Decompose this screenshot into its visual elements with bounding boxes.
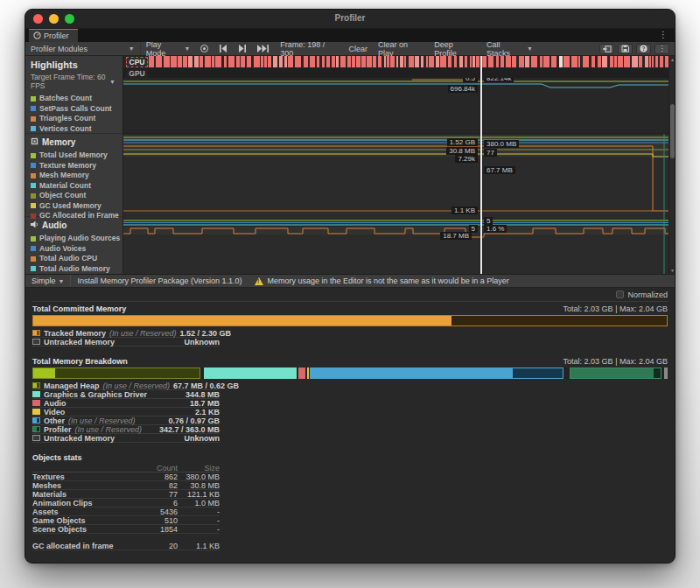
series-label: Total Audio Memory bbox=[39, 265, 110, 273]
toolbar-icon-group: ? ⋮ bbox=[599, 44, 669, 54]
previous-frame-button[interactable] bbox=[214, 42, 233, 55]
scroll-up-icon[interactable]: ▲ bbox=[669, 57, 676, 62]
memory-breakdown-segment[interactable] bbox=[32, 368, 200, 379]
memory-module[interactable]: Memory Total Used MemoryTexture MemoryMe… bbox=[25, 134, 122, 217]
memory-breakdown-segment[interactable] bbox=[310, 368, 564, 379]
memory-breakdown-segment[interactable] bbox=[298, 368, 305, 379]
context-menu-icon[interactable]: ⋮ bbox=[654, 44, 669, 54]
memory-legend-row[interactable]: Audio18.7 MB bbox=[32, 399, 220, 408]
main-toolbar: Profiler Modules▼ Play Mode▼ Frame: 198 … bbox=[25, 42, 675, 56]
next-frame-button[interactable] bbox=[233, 42, 252, 55]
record-icon bbox=[200, 45, 208, 52]
audio-module[interactable]: Audio Playing Audio SourcesAudio VoicesT… bbox=[25, 217, 122, 274]
highlights-module[interactable]: Highlights Target Frame Time: 60 FPS ▼ B… bbox=[25, 56, 122, 134]
legend-value: 67.7 MB / 0.62 GB bbox=[173, 382, 239, 390]
memory-chip-icon bbox=[31, 137, 38, 147]
series-color-swatch bbox=[31, 183, 36, 188]
series-color-swatch bbox=[31, 116, 36, 122]
chart-value-label: 77 bbox=[484, 149, 497, 157]
chart-scrollbar[interactable]: ▲ ▼ bbox=[668, 56, 675, 274]
chart-canvas[interactable]: CPU GPU 0.5822.14k696.84k1.52 GB380.0 MB… bbox=[123, 56, 668, 274]
objects-stats-row[interactable]: Meshes8230.8 MB bbox=[32, 481, 220, 490]
committed-inuse-fill bbox=[33, 316, 452, 326]
chart-series-toggle[interactable]: GC Used Memory bbox=[31, 202, 122, 210]
chart-series-toggle[interactable]: Triangles Count bbox=[31, 115, 122, 122]
chart-value-label: 5 bbox=[484, 217, 493, 225]
chart-lines bbox=[123, 56, 668, 274]
tab-row-menu-icon[interactable]: ⋮ bbox=[659, 30, 668, 39]
chart-series-toggle[interactable]: Audio Voices bbox=[31, 245, 122, 253]
target-frame-time-dropdown[interactable]: Target Frame Time: 60 FPS ▼ bbox=[31, 73, 122, 90]
frame-counter: Frame: 198 / 300 bbox=[275, 42, 343, 55]
memory-legend-row[interactable]: Managed Heap(In use / Reserved)67.7 MB /… bbox=[32, 382, 220, 390]
memory-legend-row[interactable]: Video2.1 KB bbox=[32, 408, 220, 416]
play-mode-dropdown[interactable]: Play Mode▼ bbox=[141, 42, 196, 55]
objects-stats-row[interactable]: Textures862380.0 MB bbox=[32, 472, 220, 481]
series-label: Total Used Memory bbox=[39, 151, 108, 159]
selected-frame-indicator[interactable] bbox=[480, 56, 482, 274]
objects-stats-row[interactable]: Animation Clips61.0 MB bbox=[32, 499, 220, 508]
objects-stats-row[interactable]: Materials77121.1 KB bbox=[32, 490, 220, 499]
help-icon[interactable]: ? bbox=[636, 44, 651, 54]
legend-color-icon bbox=[32, 339, 40, 345]
objects-stats-row[interactable]: Game Objects510- bbox=[32, 516, 220, 525]
tab-profiler[interactable]: Profiler bbox=[29, 29, 78, 42]
memory-breakdown-segment[interactable] bbox=[664, 368, 668, 379]
current-frame-button[interactable] bbox=[252, 42, 275, 55]
speaker-icon bbox=[31, 220, 38, 230]
load-profile-icon[interactable] bbox=[599, 44, 614, 54]
chart-series-toggle[interactable]: Mesh Memory bbox=[31, 172, 122, 179]
memory-breakdown-header: Total Memory Breakdown Total: 2.03 GB | … bbox=[32, 354, 668, 366]
chart-series-toggle[interactable]: SetPass Calls Count bbox=[31, 105, 122, 113]
chart-series-toggle[interactable]: Texture Memory bbox=[31, 162, 122, 170]
memory-breakdown-segment[interactable] bbox=[570, 368, 662, 379]
scrollbar-thumb[interactable] bbox=[670, 104, 675, 158]
gc-allocated-row[interactable]: GC allocated in frame 20 1.1 KB bbox=[32, 542, 220, 550]
object-type-label: Assets bbox=[32, 508, 132, 515]
profiler-modules-dropdown[interactable]: Profiler Modules▼ bbox=[25, 42, 141, 55]
series-label: Total Audio CPU bbox=[39, 255, 97, 262]
legend-color-icon bbox=[32, 330, 40, 336]
chart-series-toggle[interactable]: GC Allocated in Frame bbox=[31, 212, 122, 220]
profiler-gauge-icon bbox=[33, 32, 41, 41]
memory-view-mode-dropdown[interactable]: Simple▼ bbox=[25, 275, 71, 287]
memory-breakdown-segment[interactable] bbox=[307, 368, 309, 379]
memory-legend-row[interactable]: Tracked Memory(In use / Reserved)1.52 / … bbox=[32, 329, 220, 338]
save-profile-icon[interactable] bbox=[618, 44, 633, 54]
memory-legend-row[interactable]: Untracked MemoryUnknown bbox=[32, 338, 220, 346]
chart-series-toggle[interactable]: Object Count bbox=[31, 192, 122, 200]
memory-legend-row[interactable]: Graphics & Graphics Driver344.8 MB bbox=[32, 390, 220, 399]
chart-series-toggle[interactable]: Batches Count bbox=[31, 94, 122, 102]
memory-breakdown-total: Total: 2.03 GB | Max: 2.04 GB bbox=[564, 357, 668, 366]
memory-legend-row[interactable]: Other(In use / Reserved)0.76 / 0.97 GB bbox=[32, 416, 220, 425]
clear-button[interactable]: Clear bbox=[344, 42, 374, 55]
call-stacks-dropdown[interactable]: Call Stacks▼ bbox=[481, 42, 538, 55]
chevron-down-icon: ▼ bbox=[109, 79, 116, 85]
objects-stats-row[interactable]: Scene Objects1854- bbox=[32, 525, 220, 534]
chart-series-toggle[interactable]: Material Count bbox=[31, 182, 122, 190]
chart-series-toggle[interactable]: Vertices Count bbox=[31, 125, 122, 133]
memory-legend-row[interactable]: Untracked MemoryUnknown bbox=[32, 434, 220, 443]
chart-value-label: 1.1 KB bbox=[452, 206, 478, 214]
titlebar[interactable]: Profiler bbox=[25, 10, 675, 29]
objects-stats-row[interactable]: Assets5436- bbox=[32, 508, 220, 516]
scroll-down-icon[interactable]: ▼ bbox=[669, 268, 676, 273]
memory-breakdown-segment[interactable] bbox=[204, 368, 297, 379]
record-button[interactable] bbox=[195, 42, 214, 55]
memory-legend-row[interactable]: Profiler(In use / Reserved)342.7 / 363.0… bbox=[32, 425, 220, 434]
chart-series-toggle[interactable]: Total Audio CPU bbox=[31, 255, 122, 262]
memory-breakdown-bar[interactable] bbox=[32, 368, 668, 379]
committed-memory-bar[interactable] bbox=[32, 315, 668, 326]
chart-series-toggle[interactable]: Total Used Memory bbox=[31, 151, 122, 159]
count-column-header: Count bbox=[132, 464, 178, 472]
chart-series-toggle[interactable]: Playing Audio Sources bbox=[31, 234, 122, 242]
gpu-row-label[interactable]: GPU bbox=[126, 69, 148, 78]
clear-on-play-toggle[interactable]: Clear on Play bbox=[373, 42, 429, 55]
memory-title: Memory bbox=[42, 137, 75, 147]
install-memory-profiler-button[interactable]: Install Memory Profiler Package (Version… bbox=[71, 275, 248, 287]
chart-series-toggle[interactable]: Total Audio Memory bbox=[31, 265, 122, 273]
chart-value-label: 30.8 MB bbox=[446, 147, 478, 155]
normalized-checkbox[interactable] bbox=[616, 290, 624, 298]
cpu-row-label[interactable]: CPU bbox=[126, 57, 148, 67]
deep-profile-toggle[interactable]: Deep Profile bbox=[429, 42, 481, 55]
